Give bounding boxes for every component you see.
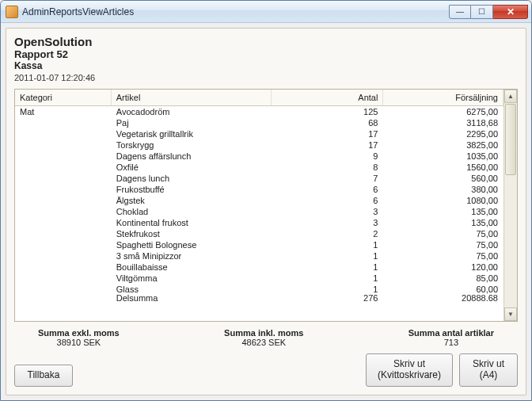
cell-sales: 1080,00 (383, 195, 504, 206)
cell-article: Frukostbuffé (111, 184, 271, 195)
print-receipt-line2: (Kvittoskrivare) (374, 370, 444, 381)
cell-article: Stekfrukost (111, 228, 271, 239)
cell-category (15, 184, 111, 195)
cell-category (15, 228, 111, 239)
cell-article: Bouillabaisse (111, 262, 271, 273)
summary-inc-vat: Summa inkl. moms 48623 SEK (224, 328, 303, 347)
summary-count: Summa antal artiklar 713 (408, 328, 494, 347)
table-row[interactable]: Paj683118,68 (15, 117, 504, 128)
table-row[interactable]: Stekfrukost275,00 (15, 228, 504, 239)
table-row[interactable]: MatAvocadodröm1256275,00 (15, 106, 504, 118)
cell-category (15, 239, 111, 250)
table-row[interactable]: Vegetarisk grilltallrik172295,00 (15, 128, 504, 139)
maximize-icon: ☐ (478, 7, 485, 16)
cell-category (15, 206, 111, 217)
cell-sales: 560,00 (383, 173, 504, 184)
cell-count: 276 (271, 295, 382, 301)
cell-article: Choklad (111, 206, 271, 217)
cell-sales: 120,00 (383, 262, 504, 273)
cell-article: Dagens lunch (111, 173, 271, 184)
table-row[interactable]: Dagens lunch7560,00 (15, 173, 504, 184)
minimize-button[interactable]: — (449, 5, 471, 19)
table-row[interactable]: Spaghetti Bolognese175,00 (15, 239, 504, 250)
cell-count: 9 (271, 151, 382, 162)
cell-count: 17 (271, 128, 382, 139)
table-row[interactable]: Oxfilé81560,00 (15, 162, 504, 173)
cell-sales: 380,00 (383, 184, 504, 195)
cell-sales: 75,00 (383, 228, 504, 239)
report-timestamp: 2011-01-07 12:20:46 (14, 73, 518, 82)
scroll-thumb[interactable] (505, 104, 516, 175)
cell-sales: 75,00 (383, 239, 504, 250)
scroll-up-button[interactable]: ▲ (504, 90, 517, 103)
table-row[interactable]: Delsumma27620888,68 (15, 295, 504, 301)
cell-article: Delsumma (111, 295, 271, 301)
cell-category (15, 139, 111, 151)
col-header-article[interactable]: Artikel (111, 90, 271, 106)
minimize-icon: — (456, 7, 464, 16)
cell-count: 125 (271, 106, 382, 118)
cell-sales: 60,00 (383, 284, 504, 295)
table-row[interactable]: Älgstek61080,00 (15, 195, 504, 206)
report-table-container: Kategori Artikel Antal Försäljning MatAv… (14, 89, 518, 322)
cell-article: 3 små Minipizzor (111, 250, 271, 262)
cell-sales: 1560,00 (383, 162, 504, 173)
cell-count: 1 (271, 262, 382, 273)
cell-sales: 1035,00 (383, 151, 504, 162)
cell-category (15, 217, 111, 228)
register-name: Kassa (14, 60, 518, 71)
summary-count-value: 713 (408, 338, 494, 347)
summary-ex-vat: Summa exkl. moms 38910 SEK (38, 328, 120, 347)
col-header-category[interactable]: Kategori (15, 90, 111, 106)
print-a4-line2: (A4) (468, 370, 509, 381)
report-table-scroll[interactable]: Kategori Artikel Antal Försäljning MatAv… (15, 90, 504, 321)
table-row[interactable]: Viltgömma185,00 (15, 273, 504, 284)
col-header-count[interactable]: Antal (271, 90, 382, 106)
cell-category (15, 117, 111, 128)
print-receipt-button[interactable]: Skriv ut (Kvittoskrivare) (366, 353, 453, 387)
scroll-down-button[interactable]: ▼ (504, 307, 517, 321)
summary-inc-vat-label: Summa inkl. moms (224, 328, 303, 338)
cell-category (15, 262, 111, 273)
summary-row: Summa exkl. moms 38910 SEK Summa inkl. m… (14, 322, 518, 352)
table-row[interactable]: Glass160,00 (15, 284, 504, 295)
table-row[interactable]: Torskrygg173825,00 (15, 139, 504, 151)
table-row[interactable]: Choklad3135,00 (15, 206, 504, 217)
cell-category: Mat (15, 106, 111, 118)
cell-sales: 135,00 (383, 217, 504, 228)
print-a4-button[interactable]: Skriv ut (A4) (459, 353, 518, 387)
cell-article: Älgstek (111, 195, 271, 206)
cell-count: 1 (271, 239, 382, 250)
cell-article: Oxfilé (111, 162, 271, 173)
table-row[interactable]: Bouillabaisse1120,00 (15, 262, 504, 273)
app-window: AdminReportsViewArticles — ☐ ✕ OpenSolut… (0, 0, 532, 401)
table-row[interactable]: Kontinental frukost3135,00 (15, 217, 504, 228)
cell-sales: 6275,00 (383, 106, 504, 118)
cell-article: Torskrygg (111, 139, 271, 151)
table-row[interactable]: Frukostbuffé6380,00 (15, 184, 504, 195)
summary-count-label: Summa antal artiklar (408, 328, 494, 338)
cell-sales: 75,00 (383, 250, 504, 262)
report-table: Kategori Artikel Antal Försäljning MatAv… (15, 90, 504, 301)
col-header-sales[interactable]: Försäljning (383, 90, 504, 106)
table-row[interactable]: Dagens affärslunch91035,00 (15, 151, 504, 162)
cell-count: 8 (271, 162, 382, 173)
table-row[interactable]: 3 små Minipizzor175,00 (15, 250, 504, 262)
close-button[interactable]: ✕ (493, 5, 528, 19)
titlebar[interactable]: AdminReportsViewArticles — ☐ ✕ (1, 1, 531, 23)
close-icon: ✕ (507, 6, 515, 17)
back-button[interactable]: Tillbaka (14, 365, 73, 387)
vertical-scrollbar[interactable]: ▲ ▼ (504, 90, 517, 321)
content-panel: OpenSolution Rapport 52 Kassa 2011-01-07… (6, 28, 526, 395)
cell-sales: 2295,00 (383, 128, 504, 139)
maximize-button[interactable]: ☐ (471, 5, 493, 19)
cell-category (15, 173, 111, 184)
app-icon (6, 6, 18, 18)
cell-sales: 135,00 (383, 206, 504, 217)
cell-category (15, 128, 111, 139)
cell-count: 1 (271, 250, 382, 262)
cell-count: 6 (271, 184, 382, 195)
summary-inc-vat-value: 48623 SEK (224, 338, 303, 347)
cell-count: 7 (271, 173, 382, 184)
cell-article: Paj (111, 117, 271, 128)
